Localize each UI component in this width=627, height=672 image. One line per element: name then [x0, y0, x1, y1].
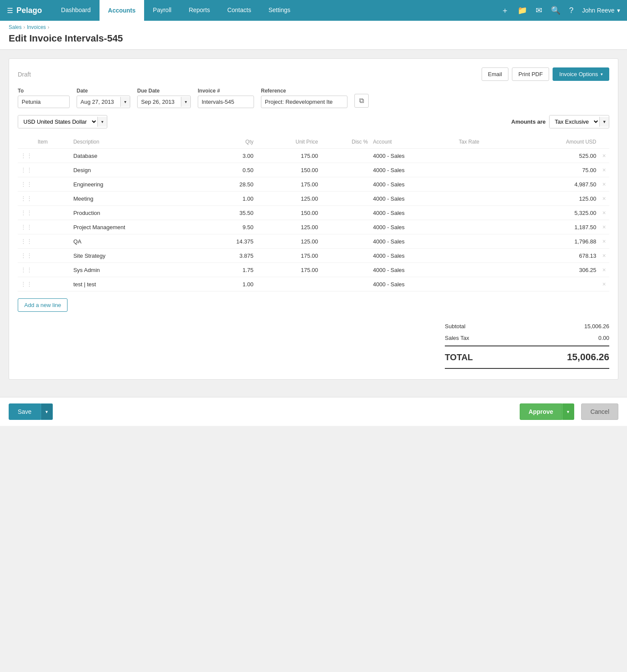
remove-button-5[interactable]: × [599, 220, 609, 234]
col-qty: Qty [204, 135, 256, 149]
cell-amount-5: 1,187.50 [516, 220, 599, 234]
save-button[interactable]: Save [9, 403, 41, 420]
cell-unit-price-2: 175.00 [256, 177, 321, 192]
drag-handle[interactable]: ⋮⋮ [18, 163, 35, 177]
cell-unit-price-4: 150.00 [256, 206, 321, 220]
cell-qty-8: 1.75 [204, 263, 256, 277]
remove-button-1[interactable]: × [599, 163, 609, 177]
help-icon[interactable]: ? [569, 6, 573, 15]
total-label: TOTAL [445, 352, 473, 362]
cell-disc-7 [321, 249, 370, 263]
remove-button-8[interactable]: × [599, 263, 609, 277]
add-icon[interactable]: ＋ [501, 5, 509, 16]
drag-handle[interactable]: ⋮⋮ [18, 220, 35, 234]
copy-icon[interactable]: ⧉ [354, 94, 369, 108]
cell-unit-price-8: 175.00 [256, 263, 321, 277]
table-row: ⋮⋮ Engineering 28.50 175.00 4000 - Sales… [18, 177, 609, 192]
table-body: ⋮⋮ Database 3.00 175.00 4000 - Sales 525… [18, 149, 609, 291]
currency-dropdown-icon[interactable]: ▾ [97, 117, 107, 127]
col-item: Item [35, 135, 71, 149]
cell-account-8: 4000 - Sales [370, 263, 456, 277]
print-pdf-button[interactable]: Print PDF [512, 67, 549, 81]
cell-description-1: Design [71, 163, 204, 177]
drag-handle[interactable]: ⋮⋮ [18, 277, 35, 291]
remove-button-2[interactable]: × [599, 177, 609, 192]
remove-button-6[interactable]: × [599, 234, 609, 249]
drag-handle[interactable]: ⋮⋮ [18, 206, 35, 220]
drag-handle[interactable]: ⋮⋮ [18, 234, 35, 249]
cell-item-4 [35, 206, 71, 220]
col-account: Account [370, 135, 456, 149]
app-name: Pelago [16, 6, 42, 15]
totals-table: Subtotal 15,006.26 Sales Tax 0.00 TOTAL … [445, 320, 609, 371]
app-logo[interactable]: Pelago [16, 6, 42, 15]
nav-contacts[interactable]: Contacts [219, 0, 260, 21]
hamburger-icon[interactable]: ☰ [7, 6, 13, 15]
amounts-select-wrap: Tax Exclusive ▾ [549, 115, 609, 128]
approve-group: Approve ▾ [520, 403, 575, 420]
invoice-options-label: Invoice Options [559, 71, 598, 77]
user-menu[interactable]: John Reeve ▾ [582, 7, 620, 14]
sales-tax-value: 0.00 [598, 335, 609, 341]
date-field-group: Date ▾ [77, 88, 130, 108]
invoice-options-button[interactable]: Invoice Options ▾ [553, 67, 609, 81]
table-row: ⋮⋮ Database 3.00 175.00 4000 - Sales 525… [18, 149, 609, 163]
nav-dashboard[interactable]: Dashboard [52, 0, 100, 21]
save-dropdown-button[interactable]: ▾ [41, 403, 53, 420]
cell-qty-5: 9.50 [204, 220, 256, 234]
nav-reports[interactable]: Reports [180, 0, 219, 21]
amounts-are-dropdown-icon[interactable]: ▾ [599, 117, 609, 127]
breadcrumb-area: Sales › Invoices › Edit Invoice Interval… [0, 21, 627, 50]
breadcrumb-invoices[interactable]: Invoices [27, 24, 46, 30]
cell-qty-3: 1.00 [204, 192, 256, 206]
remove-button-3[interactable]: × [599, 192, 609, 206]
nav-settings[interactable]: Settings [260, 0, 299, 21]
due-date-label: Due Date [137, 88, 191, 94]
user-dropdown-icon: ▾ [617, 7, 620, 14]
to-input[interactable] [18, 96, 70, 108]
date-dropdown-icon[interactable]: ▾ [120, 97, 130, 107]
cell-disc-4 [321, 206, 370, 220]
approve-button[interactable]: Approve [520, 403, 563, 420]
due-date-input[interactable] [138, 96, 181, 108]
remove-button-0[interactable]: × [599, 149, 609, 163]
add-new-line-button[interactable]: Add a new line [18, 298, 68, 312]
email-button[interactable]: Email [482, 67, 509, 81]
remove-button-7[interactable]: × [599, 249, 609, 263]
cell-item-7 [35, 249, 71, 263]
cell-qty-2: 28.50 [204, 177, 256, 192]
table-row: ⋮⋮ QA 14.375 125.00 4000 - Sales 1,796.8… [18, 234, 609, 249]
drag-handle[interactable]: ⋮⋮ [18, 249, 35, 263]
drag-handle[interactable]: ⋮⋮ [18, 149, 35, 163]
cell-item-9 [35, 277, 71, 291]
remove-button-4[interactable]: × [599, 206, 609, 220]
nav-accounts[interactable]: Accounts [100, 0, 145, 21]
remove-button-9[interactable]: × [599, 277, 609, 291]
cell-disc-2 [321, 177, 370, 192]
drag-handle[interactable]: ⋮⋮ [18, 263, 35, 277]
search-icon[interactable]: 🔍 [551, 6, 560, 15]
cancel-button[interactable]: Cancel [581, 403, 618, 420]
drag-handle[interactable]: ⋮⋮ [18, 192, 35, 206]
col-amount: Amount USD [516, 135, 599, 149]
reference-input[interactable] [261, 96, 347, 108]
breadcrumb-sales[interactable]: Sales [9, 24, 22, 30]
save-group: Save ▾ [9, 403, 53, 420]
sales-tax-label: Sales Tax [445, 335, 469, 341]
amounts-are-select[interactable]: Tax Exclusive [550, 115, 599, 128]
cell-description-4: Production [71, 206, 204, 220]
cell-unit-price-6: 125.00 [256, 234, 321, 249]
folder-icon[interactable]: 📁 [518, 6, 527, 15]
cell-qty-4: 35.50 [204, 206, 256, 220]
invoice-header: Draft Email Print PDF Invoice Options ▾ [18, 67, 609, 81]
approve-dropdown-button[interactable]: ▾ [562, 403, 574, 420]
invoice-num-input[interactable] [198, 96, 254, 108]
date-input[interactable] [77, 96, 120, 108]
currency-select[interactable]: USD United States Dollar [18, 115, 97, 128]
nav-payroll[interactable]: Payroll [144, 0, 180, 21]
cell-qty-0: 3.00 [204, 149, 256, 163]
due-date-dropdown-icon[interactable]: ▾ [181, 97, 190, 107]
drag-handle[interactable]: ⋮⋮ [18, 177, 35, 192]
cell-unit-price-3: 125.00 [256, 192, 321, 206]
mail-icon[interactable]: ✉ [536, 6, 542, 15]
